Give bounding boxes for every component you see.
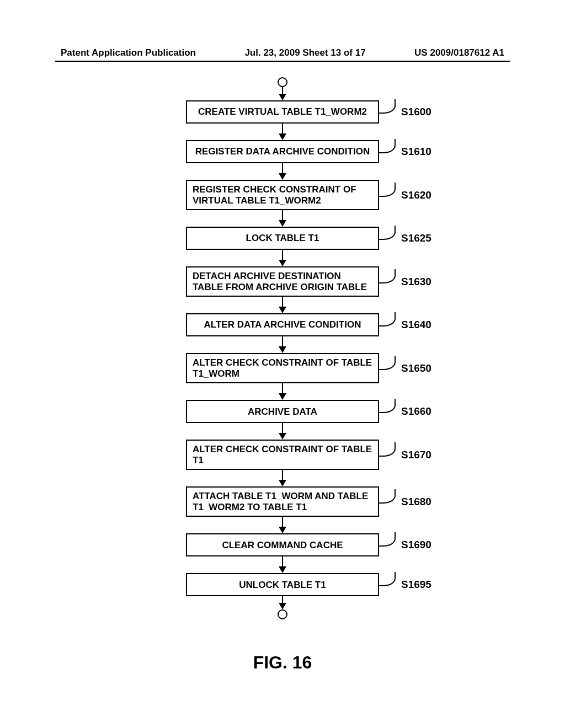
- page: Patent Application Publication Jul. 23, …: [0, 0, 565, 728]
- step-id-s1650: S1650: [401, 362, 431, 374]
- connector: [279, 336, 286, 353]
- flow-step-s1695: UNLOCK TABLE T1: [186, 573, 379, 596]
- connector: [279, 556, 286, 573]
- arrowhead-icon: [279, 346, 286, 353]
- step-label-connector: S1630: [379, 266, 431, 297]
- flow-step-s1610: REGISTER DATA ARCHIVE CONDITION: [186, 140, 379, 163]
- connector: [279, 470, 286, 486]
- connector: [279, 517, 286, 533]
- connector-line: [282, 423, 284, 433]
- arrowhead-icon: [279, 133, 286, 140]
- step-label-connector: S1660: [379, 400, 431, 423]
- curve-icon: [379, 188, 398, 202]
- flow-row: LOCK TABLE T1 S1625: [0, 227, 565, 250]
- connector-line: [282, 470, 284, 480]
- step-label-connector: S1695: [379, 573, 431, 596]
- flow-step-s1630: DETACH ARCHIVE DESTINATION TABLE FROM AR…: [186, 266, 379, 297]
- arrowhead-icon: [279, 566, 286, 573]
- flow-step-s1620: REGISTER CHECK CONSTRAINT OF VIRTUAL TAB…: [186, 180, 379, 210]
- curve-icon: [379, 404, 398, 419]
- flow-row: ALTER CHECK CONSTRAINT OF TABLE T1_WORM …: [0, 353, 565, 383]
- arrowhead-icon: [279, 94, 286, 100]
- step-label-connector: S1640: [379, 313, 431, 336]
- curve-icon: [379, 318, 398, 332]
- end-terminator-icon: [278, 609, 287, 619]
- connector-line: [282, 556, 284, 566]
- step-label-connector: S1670: [379, 440, 431, 470]
- connector-line: [282, 87, 284, 94]
- curve-icon: [379, 577, 398, 592]
- connector: [279, 210, 286, 227]
- arrowhead-icon: [279, 480, 286, 486]
- connector: [279, 297, 286, 313]
- step-id-s1630: S1630: [401, 276, 431, 288]
- start-terminator-icon: [278, 77, 287, 87]
- flow-row: CLEAR COMMAND CACHE S1690: [0, 533, 565, 556]
- arrowhead-icon: [279, 260, 286, 266]
- step-label-connector: S1610: [379, 140, 431, 163]
- step-id-s1695: S1695: [401, 579, 431, 591]
- arrowhead-icon: [279, 433, 286, 440]
- flow-row: ALTER DATA ARCHIVE CONDITION S1640: [0, 313, 565, 336]
- connector-line: [282, 210, 284, 220]
- flow-step-s1650: ALTER CHECK CONSTRAINT OF TABLE T1_WORM: [186, 353, 379, 383]
- flow-row: ATTACH TABLE T1_WORM AND TABLE T1_WORM2 …: [0, 486, 565, 517]
- connector: [279, 163, 286, 180]
- flow-row: REGISTER CHECK CONSTRAINT OF VIRTUAL TAB…: [0, 180, 565, 210]
- flow-step-s1600: CREATE VIRTUAL TABLE T1_WORM2: [186, 100, 379, 124]
- arrowhead-icon: [279, 527, 286, 533]
- connector: [279, 124, 286, 140]
- curve-icon: [379, 231, 398, 245]
- flow-step-s1690: CLEAR COMMAND CACHE: [186, 533, 379, 556]
- step-label-connector: S1600: [379, 100, 431, 124]
- connector: [279, 250, 286, 266]
- connector: [279, 383, 286, 400]
- flow-step-s1670: ALTER CHECK CONSTRAINT OF TABLE T1: [186, 440, 379, 470]
- step-id-s1670: S1670: [401, 449, 431, 461]
- step-id-s1640: S1640: [401, 319, 431, 331]
- flow-row: ALTER CHECK CONSTRAINT OF TABLE T1 S1670: [0, 440, 565, 470]
- arrowhead-icon: [279, 220, 286, 227]
- connector-line: [282, 383, 284, 393]
- step-id-s1690: S1690: [401, 539, 431, 551]
- header-rule: [55, 61, 510, 62]
- curve-icon: [379, 495, 398, 509]
- arrowhead-icon: [279, 603, 286, 609]
- step-id-s1620: S1620: [401, 189, 431, 201]
- curve-icon: [379, 538, 398, 552]
- step-id-s1680: S1680: [401, 496, 431, 508]
- flowchart: CREATE VIRTUAL TABLE T1_WORM2 S1600 REGI…: [0, 77, 565, 619]
- step-label-connector: S1650: [379, 353, 431, 383]
- step-id-s1600: S1600: [401, 106, 431, 118]
- step-label-connector: S1680: [379, 486, 431, 517]
- flow-row: CREATE VIRTUAL TABLE T1_WORM2 S1600: [0, 100, 565, 124]
- step-label-connector: S1620: [379, 180, 431, 210]
- flow-row: DETACH ARCHIVE DESTINATION TABLE FROM AR…: [0, 266, 565, 297]
- step-id-s1610: S1610: [401, 146, 431, 158]
- curve-icon: [379, 361, 398, 376]
- connector-line: [282, 297, 284, 307]
- step-label-connector: S1625: [379, 227, 431, 250]
- flowchart-stage: CREATE VIRTUAL TABLE T1_WORM2 S1600 REGI…: [0, 77, 565, 619]
- connector: [279, 423, 286, 440]
- arrowhead-icon: [279, 173, 286, 180]
- curve-icon: [379, 105, 398, 119]
- header-left: Patent Application Publication: [61, 47, 196, 58]
- connector: [279, 596, 286, 609]
- figure-caption: FIG. 16: [0, 652, 565, 673]
- header-right: US 2009/0187612 A1: [414, 47, 504, 58]
- connector-line: [282, 517, 284, 527]
- flow-step-s1680: ATTACH TABLE T1_WORM AND TABLE T1_WORM2 …: [186, 486, 379, 517]
- curve-icon: [379, 275, 398, 289]
- arrowhead-icon: [279, 393, 286, 400]
- connector-line: [282, 336, 284, 346]
- header-center: Jul. 23, 2009 Sheet 13 of 17: [244, 47, 365, 58]
- page-header: Patent Application Publication Jul. 23, …: [0, 47, 565, 61]
- flow-row: REGISTER DATA ARCHIVE CONDITION S1610: [0, 140, 565, 163]
- step-id-s1660: S1660: [401, 405, 431, 417]
- flow-step-s1625: LOCK TABLE T1: [186, 227, 379, 250]
- step-label-connector: S1690: [379, 533, 431, 556]
- step-id-s1625: S1625: [401, 232, 431, 244]
- curve-icon: [379, 144, 398, 159]
- flow-step-s1640: ALTER DATA ARCHIVE CONDITION: [186, 313, 379, 336]
